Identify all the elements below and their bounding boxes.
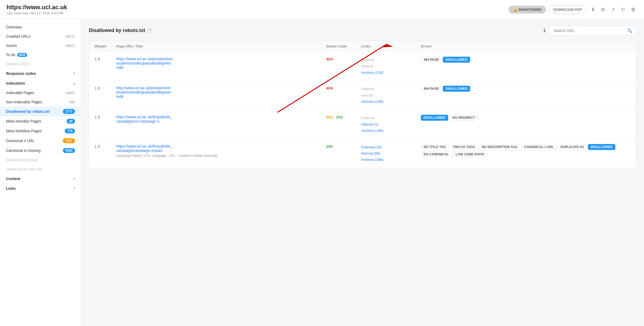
row3-status: 301 › 200: [326, 115, 361, 119]
row3-weight: 1.5: [95, 115, 116, 119]
row1-url-link[interactable]: https://www.ucl.ac.uk/prospective-studen…: [116, 57, 173, 70]
row1-anchors[interactable]: Anchors (219): [361, 69, 421, 76]
sidebar-item-crawled-urls[interactable]: Crawled URLs 16671: [0, 32, 81, 41]
sidebar-item-overview[interactable]: Overview: [0, 23, 81, 32]
row3-error-301redirect: 301 REDIRECT: [450, 115, 478, 121]
non-indexable-count: 440: [69, 100, 75, 104]
row4-internal[interactable]: Internal (58): [361, 150, 421, 156]
canonical-missing-badge: 9302: [63, 148, 75, 153]
row4-external[interactable]: External (18): [361, 144, 421, 150]
row3-internal[interactable]: Internal (1): [361, 121, 421, 127]
indexable-count: 14852: [65, 91, 75, 95]
row4-links: External (18) Internal (58) Anchors (186…: [361, 144, 421, 163]
monitoring-label: MONITORING: [519, 8, 542, 12]
row4-url-link[interactable]: https://www.ucl.ac.uk/drupal/site_campai…: [116, 144, 172, 153]
sidebar-item-canonical-empty[interactable]: Canonical is empty: [0, 155, 81, 165]
download-pdf-button[interactable]: DOWNLOAD PDF: [549, 5, 587, 14]
sidebar-item-issues[interactable]: Issues 16671: [0, 41, 81, 50]
row1-errors: 404 PAGE DISALLOWED: [421, 57, 631, 63]
chevron-down-icon-links: ▾: [73, 187, 75, 190]
table-top-bar: Disallowed by robots.txt ? ⬇ 🔍: [89, 26, 636, 35]
sidebar-section-links[interactable]: Links ▾: [0, 184, 81, 193]
row4-error-nodescription: NO DESCRIPTION TAG: [479, 144, 520, 150]
header-right: 🔔 MONITORING DOWNLOAD PDF ⬇ ⊞ ↗ ↻ 🗑: [509, 5, 638, 14]
search-url-box: 🔍: [550, 26, 636, 35]
last-crawl-date: Last crawl date: Nov 23, 2018, 6:43 PM: [6, 11, 67, 15]
row2-weight: 1.9: [95, 86, 116, 90]
row1-weight: 1.9: [95, 57, 116, 61]
row4-error-duplicateh1: DUPLICATE H1: [558, 144, 587, 150]
delete-icon-button[interactable]: 🗑: [629, 6, 638, 14]
data-table: Weight Page URL / Title Status Code Link…: [89, 41, 636, 168]
meta-noindex-badge: 48: [67, 119, 75, 124]
sidebar-section-response-codes[interactable]: Response codes ▾: [0, 69, 81, 78]
row3-anchors[interactable]: Anchors (186): [361, 127, 421, 134]
table-column-headers: Weight Page URL / Title Status Code Link…: [89, 41, 636, 52]
row1-error-disallowed: DISALLOWED: [443, 57, 470, 63]
row1-status: 404: [326, 57, 361, 61]
row2-error-404page: 404 PAGE: [421, 86, 441, 92]
sidebar-item-indexable-pages[interactable]: Indexable Pages 14852: [0, 88, 81, 97]
sidebar-item-orphan-urls[interactable]: Orphan URLs: [0, 59, 81, 69]
row2-internal: Internal: [361, 92, 421, 98]
search-icon: 🔍: [627, 28, 632, 33]
row2-anchors[interactable]: Anchors (239): [361, 98, 421, 105]
table-row: 1.5 https://www.ucl.ac.uk/drupal/site_ca…: [89, 110, 636, 139]
sidebar-item-disallowed-robots[interactable]: Disallowed by robots.txt 1771: [0, 107, 81, 116]
col-header-page-url: Page URL / Title: [116, 44, 326, 48]
monitoring-button[interactable]: 🔔 MONITORING: [509, 6, 546, 14]
row3-url-link[interactable]: https://www.ucl.ac.uk/drupal/site_campai…: [116, 115, 172, 123]
sidebar-section-indexation[interactable]: Indexation ▴: [0, 78, 81, 88]
table-download-icon[interactable]: ⬇: [542, 28, 547, 34]
col-header-errors: Errors: [421, 44, 631, 48]
col-header-weight: Weight: [95, 44, 116, 48]
sidebar-item-meta-nofollow[interactable]: Meta Nofollow Pages 770: [0, 126, 81, 136]
row1-internal: Internal: [361, 63, 421, 69]
row3-status-301: 301: [326, 115, 333, 119]
row1-url: https://www.ucl.ac.uk/prospective-studen…: [116, 57, 326, 70]
row4-page-title: Campaign Impact | UCL Campaign - UCL - L…: [116, 154, 326, 158]
row1-external: External: [361, 57, 421, 63]
download-icon-button[interactable]: ⬇: [589, 5, 597, 14]
main-content: Disallowed by robots.txt ? ⬇ 🔍 Weight Pa…: [81, 19, 644, 326]
row4-error-lowcoderatio: LOW CODE RATIO: [453, 151, 487, 157]
chevron-up-icon: ▴: [73, 81, 75, 85]
row3-arrow-icon: ›: [334, 115, 335, 119]
help-icon[interactable]: ?: [147, 28, 152, 33]
row4-status-code: 200: [326, 144, 333, 149]
sidebar-item-canonical-non200[interactable]: Canonical to non-200: [0, 165, 81, 174]
sidebar: Overview Crawled URLs 16671 Issues 16671…: [0, 19, 81, 326]
canonical-neq-badge: 1307: [63, 138, 75, 143]
table-title: Disallowed by robots.txt: [89, 28, 145, 33]
col-header-links: Links: [361, 44, 421, 48]
row4-error-notitletag: NO TITLE TAG: [421, 144, 448, 150]
row4-url: https://www.ucl.ac.uk/drupal/site_campai…: [116, 144, 326, 158]
row4-error-disallowed: DISALLOWED: [588, 144, 615, 150]
content-wrapper: Disallowed by robots.txt ? ⬇ 🔍 Weight Pa…: [89, 26, 636, 168]
sidebar-item-todo[interactable]: To do NEW: [0, 50, 81, 59]
sidebar-item-meta-noindex[interactable]: Meta Noindex Pages 48: [0, 116, 81, 126]
share-icon-button[interactable]: ↗: [609, 5, 617, 14]
site-url: https://www.ucl.ac.uk: [6, 4, 67, 11]
issues-count: 16671: [65, 44, 75, 48]
disallowed-badge: 1771: [63, 109, 75, 114]
crawled-urls-count: 16671: [65, 34, 75, 39]
row2-errors: 404 PAGE DISALLOWED: [421, 86, 631, 92]
table-row: 1.9 http://www.ucl.ac.uk/prospective-stu…: [89, 81, 636, 110]
row1-error-404page: 404 PAGE: [421, 57, 441, 63]
layout: Overview Crawled URLs 16671 Issues 16671…: [0, 19, 644, 326]
sidebar-item-canonical-missing[interactable]: Canonical is missing 9302: [0, 146, 81, 155]
row3-errors: DISALLOWED 301 REDIRECT: [421, 115, 631, 121]
sidebar-section-content[interactable]: Content ▾: [0, 174, 81, 184]
row2-external: External: [361, 86, 421, 92]
search-url-input[interactable]: [554, 28, 625, 33]
row3-links: External Internal (1) Anchors (186): [361, 115, 421, 134]
row4-anchors[interactable]: Anchors (186): [361, 156, 421, 163]
refresh-icon-button[interactable]: ↻: [619, 5, 627, 14]
table-title-right: ⬇ 🔍: [542, 26, 636, 35]
sitemap-icon-button[interactable]: ⊞: [599, 5, 607, 14]
sidebar-item-canonical-neq-url[interactable]: Canonical ≠ URL 1307: [0, 136, 81, 146]
row3-url: https://www.ucl.ac.uk/drupal/site_campai…: [116, 115, 326, 123]
sidebar-item-non-indexable-pages[interactable]: Non-indexable Pages 440: [0, 97, 81, 107]
row2-url-link[interactable]: http://www.ucl.ac.uk/prospective-student…: [116, 86, 171, 99]
